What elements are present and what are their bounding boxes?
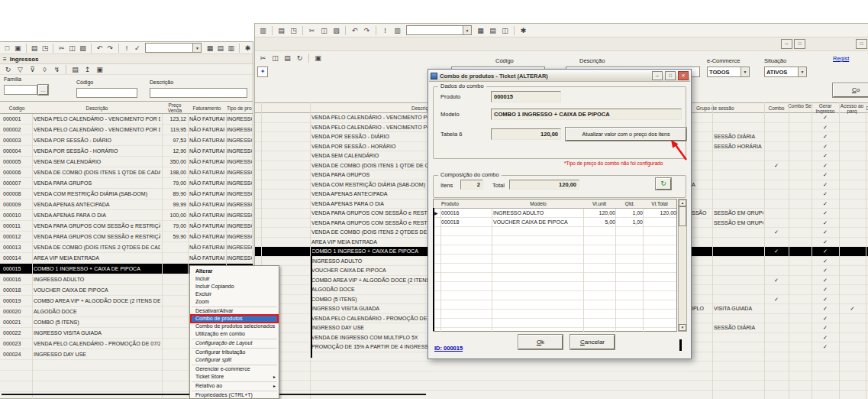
product-row[interactable]: 000005VENDA SEM CALENDÁRIO350,00NÃO FATU…: [0, 157, 253, 167]
menu-item[interactable]: Incluir: [190, 275, 279, 283]
warning-icon[interactable]: !: [121, 43, 131, 54]
menu-item[interactable]: Incluir Copiando: [190, 283, 279, 290]
ecommerce-select[interactable]: TODOS ▼: [707, 66, 750, 77]
filter-icon[interactable]: ▽: [15, 64, 26, 75]
record-id-link[interactable]: ID: 000015: [434, 345, 463, 352]
dialog-title-bar[interactable]: Combo de produtos - Ticket (ALTERAR) ─ □…: [429, 70, 690, 82]
recalculate-icon[interactable]: ↻: [656, 178, 671, 190]
ok-button[interactable]: Ok: [518, 335, 563, 349]
column-header-produto[interactable]: Produto: [441, 201, 490, 206]
product-row[interactable]: 000004VENDA POR SESSÃO - HORÁRIO12,90NÃO…: [0, 146, 253, 157]
familia-input[interactable]: [4, 85, 37, 95]
toolbar-combobox[interactable]: ▼: [145, 43, 202, 53]
split-view-icon[interactable]: ◫: [499, 25, 511, 36]
tabela-value[interactable]: 120,00: [491, 128, 561, 140]
menu-item[interactable]: Configuração de Layout: [190, 339, 279, 347]
print-preview-icon[interactable]: ◳: [288, 25, 299, 36]
product-row[interactable]: 000010VENDA APENAS PARA O DIA100,00NÃO F…: [0, 210, 253, 221]
settings-icon[interactable]: ✱: [518, 25, 529, 36]
column-header-combo-sel[interactable]: Combo Sel: [787, 104, 813, 109]
close-icon[interactable]: ✕: [678, 71, 689, 80]
consult-button[interactable]: Co: [833, 83, 868, 97]
erase-icon[interactable]: ◊: [39, 64, 50, 75]
menu-item[interactable]: Relativo ao▸: [190, 382, 279, 390]
restore-icon[interactable]: □: [856, 39, 867, 49]
list-view-icon[interactable]: ▤: [487, 25, 499, 36]
menu-item[interactable]: Gerenciar e-commerce: [190, 365, 279, 373]
form-view-icon[interactable]: ▥: [257, 25, 269, 36]
combo-item-row[interactable]: 000018VOUCHER CAIXA DE PIPOCA5,001,00: [434, 218, 676, 227]
update-price-button[interactable]: Atualizar valor com o preço dos itens: [566, 128, 686, 141]
menu-item[interactable]: Alterar: [190, 268, 279, 275]
modelo-value[interactable]: COMBO 1 INGRESSO + CAIXA DE PIPOCA: [491, 109, 682, 120]
paste-icon[interactable]: ▨: [78, 43, 88, 54]
print-preview-icon[interactable]: ◳: [40, 43, 50, 54]
menu-item[interactable]: Combo de produtos selecionados: [190, 323, 279, 330]
product-row[interactable]: 000011VENDA PARA GRUPOS COM SESSÃO e RES…: [0, 221, 253, 232]
product-row[interactable]: 000003VENDA POR SESSÃO - DIÁRIO97,53NÃO …: [0, 135, 253, 146]
column-header-vlunit[interactable]: Vl.unit: [583, 201, 615, 206]
column-header-grupo-sessao[interactable]: Grupo de sessão: [696, 106, 765, 112]
scrollbar-thumb[interactable]: [679, 206, 686, 226]
print-icon[interactable]: ▤: [30, 43, 40, 54]
flash-icon[interactable]: ↯: [51, 64, 63, 75]
copy-icon[interactable]: ◫: [67, 43, 77, 54]
restore-icon[interactable]: □: [794, 39, 805, 49]
cancel-button[interactable]: Cancelar: [570, 335, 615, 349]
column-header-preco-venda[interactable]: Preço Venda: [162, 103, 188, 113]
menu-item[interactable]: Combo de produtos: [190, 315, 279, 323]
save-icon[interactable]: ▣: [312, 53, 324, 63]
column-header-qtd[interactable]: Qtd.: [617, 201, 643, 206]
print-icon[interactable]: ▤: [282, 53, 293, 63]
product-row[interactable]: 000002VENDA PELO CALENDÁRIO - VENCIMENTO…: [0, 125, 253, 135]
chevron-down-icon[interactable]: ▼: [741, 67, 749, 76]
register-link[interactable]: Regist: [833, 55, 849, 62]
redo-icon[interactable]: ↷: [361, 25, 373, 36]
settings-icon[interactable]: ✱: [243, 43, 253, 54]
copy-icon[interactable]: ◫: [269, 53, 281, 63]
cut-icon[interactable]: ✂: [257, 53, 269, 63]
minimize-icon[interactable]: ─: [781, 39, 792, 49]
product-row[interactable]: 000014AREA VIP MEIA ENTRADANÃO FATURARIN…: [0, 253, 253, 264]
chart-icon[interactable]: ▥: [226, 43, 236, 54]
chart-icon[interactable]: ▥: [392, 25, 403, 36]
menu-item[interactable]: Utilização em combo: [190, 330, 279, 338]
column-header-vltotal[interactable]: Vl.Total: [643, 201, 676, 206]
column-header-modelo[interactable]: Modelo: [493, 201, 583, 206]
print-icon[interactable]: ▤: [276, 25, 287, 36]
paste-icon[interactable]: ▨: [331, 25, 342, 36]
cut-icon[interactable]: ✂: [56, 43, 66, 54]
scroll-down-icon[interactable]: ▼: [679, 324, 686, 331]
cut-icon[interactable]: ✂: [306, 25, 318, 36]
menu-item[interactable]: Configurar split: [190, 356, 279, 364]
chevron-down-icon[interactable]: ▼: [798, 67, 806, 76]
product-row[interactable]: 000006VENDA DE COMBO (DOIS ITENS 1 QTDE …: [0, 167, 253, 178]
refresh-icon[interactable]: ↻: [294, 53, 305, 63]
descricao-input[interactable]: [150, 88, 247, 98]
column-header-faturamento[interactable]: Faturamento: [189, 106, 224, 112]
product-row[interactable]: 000001VENDA PELO CALENDÁRIO - VENCIMENTO…: [0, 114, 253, 125]
undo-icon[interactable]: ↶: [95, 43, 105, 54]
column-header-combo[interactable]: Combo: [764, 106, 789, 112]
scroll-up-icon[interactable]: ▲: [679, 200, 686, 206]
situacao-select[interactable]: ATIVOS ▼: [764, 66, 807, 77]
menu-item[interactable]: Excluir: [190, 290, 279, 298]
items-scrollbar[interactable]: ▲ ▼: [678, 199, 687, 332]
redo-icon[interactable]: ↷: [105, 43, 115, 54]
codigo-input[interactable]: [76, 88, 137, 98]
filter-clear-icon[interactable]: ⊽: [27, 64, 38, 75]
menu-item[interactable]: Zoom: [190, 298, 279, 306]
product-row[interactable]: 000009VENDA APENAS ANTECIPADA99,99NÃO FA…: [0, 200, 253, 210]
column-header-cut[interactable]: C: [865, 106, 868, 112]
product-row[interactable]: 000012VENDA PARA GRUPOS COM SESSÃO e RES…: [0, 232, 253, 242]
product-row[interactable]: 000007VENDA PARA GRUPOS79,00NÃO FATURARI…: [0, 178, 253, 189]
grid-view-icon[interactable]: ▦: [205, 43, 215, 54]
familia-lookup-button[interactable]: …: [38, 85, 48, 95]
minimize-icon[interactable]: ─: [652, 71, 663, 80]
shortcut-icon[interactable]: ✦: [257, 66, 268, 77]
save-icon[interactable]: ▣: [13, 43, 23, 54]
toolbar-combobox[interactable]: ▼: [406, 25, 472, 35]
column-header-tipo[interactable]: Tipo de pro: [227, 106, 253, 112]
product-row[interactable]: 000013VENDA DE COMBO (DOIS ITENS 2 QTDES…: [0, 242, 253, 253]
warning-icon[interactable]: !: [379, 25, 391, 36]
